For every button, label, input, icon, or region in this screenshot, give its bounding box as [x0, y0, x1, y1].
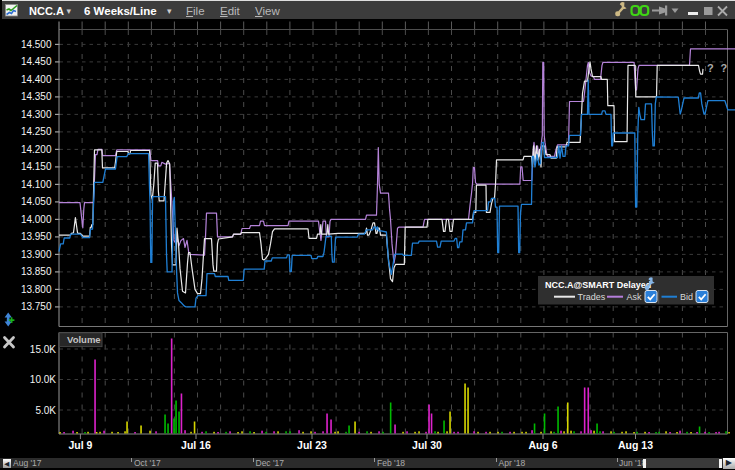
svg-text:?: ? [707, 62, 714, 74]
svg-text:Aug 6: Aug 6 [528, 439, 557, 451]
svg-text:13.950: 13.950 [21, 231, 52, 242]
svg-text:10.0K: 10.0K [30, 374, 56, 385]
svg-text:13.800: 13.800 [21, 284, 52, 295]
svg-text:5.0K: 5.0K [35, 405, 56, 416]
svg-text:15.0K: 15.0K [30, 344, 56, 355]
svg-text:14.200: 14.200 [21, 144, 52, 155]
svg-text:14.450: 14.450 [21, 56, 52, 67]
svg-text:13.750: 13.750 [21, 301, 52, 312]
svg-text:14.500: 14.500 [21, 39, 52, 50]
svg-text:Jul 9: Jul 9 [68, 439, 92, 451]
svg-text:Jul 23: Jul 23 [297, 439, 327, 451]
svg-text:?: ? [721, 62, 728, 74]
svg-text:Jul 30: Jul 30 [412, 439, 442, 451]
svg-text:Bid: Bid [680, 292, 693, 302]
svg-text:13.850: 13.850 [21, 266, 52, 277]
svg-text:14.250: 14.250 [21, 126, 52, 137]
svg-text:Jul 16: Jul 16 [181, 439, 211, 451]
svg-text:Trades: Trades [578, 292, 606, 302]
svg-text:Ask: Ask [627, 292, 643, 302]
svg-text:14.000: 14.000 [21, 214, 52, 225]
svg-text:14.400: 14.400 [21, 74, 52, 85]
svg-text:Volume: Volume [67, 334, 101, 345]
svg-text:14.050: 14.050 [21, 196, 52, 207]
svg-text:14.300: 14.300 [21, 109, 52, 120]
svg-text:14.100: 14.100 [21, 179, 52, 190]
svg-text:14.150: 14.150 [21, 161, 52, 172]
svg-text:13.900: 13.900 [21, 249, 52, 260]
svg-text:Aug 13: Aug 13 [618, 439, 653, 451]
svg-text:14.350: 14.350 [21, 91, 52, 102]
svg-text:NCC.A@SMART Delayed: NCC.A@SMART Delayed [545, 280, 651, 290]
